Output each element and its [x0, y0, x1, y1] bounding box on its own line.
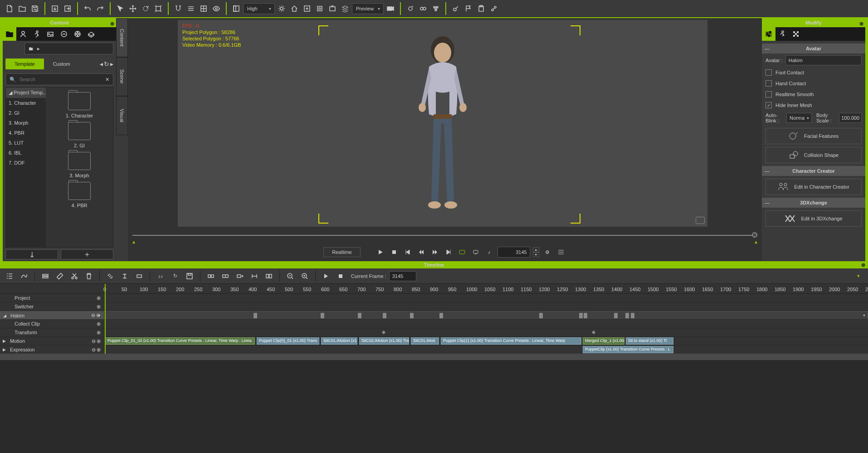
folder-item[interactable]: 4. PBR	[61, 182, 98, 208]
side-tab-content[interactable]: Content	[116, 18, 128, 57]
cc-section-header[interactable]: —Character Creator	[762, 166, 865, 176]
keyframe[interactable]	[358, 313, 361, 318]
facial-features-button[interactable]: Facial Features	[766, 128, 862, 144]
undo-button[interactable]	[82, 3, 93, 15]
tl-filter-button[interactable]	[39, 270, 51, 282]
track-header[interactable]: Project⊗	[0, 294, 103, 302]
save-file-button[interactable]	[29, 3, 41, 15]
tl-refresh-button[interactable]: ↻	[169, 270, 181, 282]
realtime-button[interactable]: Realtime	[323, 247, 360, 257]
tl-merge-button[interactable]	[219, 270, 231, 282]
track-header[interactable]: Transform⊗	[0, 328, 103, 337]
tl-grid-button[interactable]	[263, 270, 275, 282]
motion-clip[interactable]: Puppet Clip_01_02 (x1.00) Transition Cur…	[105, 337, 255, 345]
import-button[interactable]	[49, 3, 61, 15]
open-file-button[interactable]	[16, 3, 28, 15]
loop-button[interactable]	[457, 247, 468, 258]
timeline-ruler[interactable]: 0501001502002503003504004505005506006507…	[103, 284, 868, 294]
content-breadcrumb[interactable]: 🖿 ▸	[24, 43, 113, 54]
keyframe[interactable]	[321, 313, 324, 318]
edit-3dx-button[interactable]: Edit in 3DXchange	[766, 210, 862, 227]
zoom-fit-button[interactable]	[301, 3, 313, 15]
tl-snap-button[interactable]	[205, 270, 217, 282]
prev-frame-button[interactable]	[416, 247, 427, 258]
custom-tab[interactable]: Custom	[44, 58, 79, 69]
content-tab-motion[interactable]	[30, 27, 44, 41]
keyframe[interactable]	[631, 313, 634, 318]
motion-clip[interactable]: Puppet Clip(0)_01 (x1.00) Trans	[257, 337, 319, 345]
modify-tab-animation[interactable]	[775, 27, 789, 41]
content-tab-effect[interactable]	[57, 27, 71, 41]
content-tab-media[interactable]	[71, 27, 84, 41]
tree-item[interactable]: 7. DOF	[6, 158, 46, 168]
tl-delete-button[interactable]	[83, 270, 95, 282]
folder-item[interactable]: 2. GI	[61, 122, 98, 148]
modify-panel-close-icon[interactable]: ⊗	[859, 19, 863, 28]
keyframe[interactable]	[584, 313, 587, 318]
next-frame-button[interactable]	[429, 247, 440, 258]
content-panel-close-icon[interactable]: ⊗	[110, 19, 114, 28]
side-tab-scene[interactable]: Scene	[116, 57, 128, 96]
content-add-button[interactable]: ＋	[61, 249, 113, 259]
expression-clip[interactable]: PuppetClip (x1.00) Transition Curve Pres…	[583, 346, 673, 353]
move-tool-button[interactable]	[127, 3, 139, 15]
edit-cc-button[interactable]: Edit in Character Creator	[766, 179, 862, 195]
playhead[interactable]	[105, 284, 106, 354]
nav-refresh-icon[interactable]: ↻	[104, 60, 109, 68]
tl-range-button[interactable]	[133, 270, 145, 282]
frame-down-button[interactable]: ▼	[533, 252, 539, 257]
motion-clip[interactable]: Sit to stand (x1.00) Tr	[626, 337, 673, 345]
home-button[interactable]	[288, 3, 300, 15]
realtime-smooth-checkbox[interactable]: Realtime Smooth	[762, 89, 865, 100]
search-input[interactable]	[20, 77, 102, 82]
content-collapse-button[interactable]: ⤓	[5, 249, 58, 259]
keyframe[interactable]	[625, 313, 629, 318]
viewport-chat-icon[interactable]	[696, 217, 705, 224]
tl-audio-button[interactable]: ♪♪	[155, 270, 166, 282]
folder-item[interactable]: 3. Morph	[61, 152, 98, 178]
track-header[interactable]: Switcher⊗	[0, 302, 103, 311]
modify-tab-material[interactable]	[789, 27, 803, 41]
physics-button[interactable]	[405, 3, 416, 15]
export-button[interactable]	[62, 3, 73, 15]
keyframe[interactable]	[383, 313, 386, 318]
search-clear-icon[interactable]: ✕	[105, 77, 109, 83]
light-button[interactable]	[276, 3, 288, 15]
track-header[interactable]: ▶Expression⊖⊗	[0, 346, 103, 354]
record-button[interactable]	[385, 3, 396, 15]
keyframe[interactable]	[439, 313, 443, 318]
frame-button[interactable]	[314, 3, 326, 15]
motion-clip[interactable]: SitC01.iMoti	[411, 337, 439, 345]
tl-key-button[interactable]	[54, 270, 66, 282]
keyframe[interactable]	[592, 331, 595, 334]
content-search[interactable]: 🔍 ✕	[5, 73, 113, 85]
range-start-marker[interactable]: ▴	[132, 239, 135, 245]
tree-item[interactable]: 2. GI	[6, 108, 46, 118]
constraint-button[interactable]	[417, 3, 429, 15]
range-end-marker[interactable]: ▴	[755, 239, 757, 245]
nav-prev-icon[interactable]: ◂	[100, 60, 103, 68]
viewport-canvas[interactable]: FPS : 0. Project Polygon : 58286 Selecte…	[178, 20, 707, 227]
link-button[interactable]	[488, 3, 500, 15]
content-tab-scene[interactable]	[44, 27, 57, 41]
playback-slider[interactable]: ▴ ▴	[132, 230, 757, 241]
playhead-handle[interactable]	[752, 232, 757, 238]
tl-cut-button[interactable]	[68, 270, 80, 282]
frame-up-button[interactable]: ▲	[533, 247, 539, 252]
collision-shape-button[interactable]: Collision Shape	[766, 147, 862, 163]
scale-tool-button[interactable]	[152, 3, 164, 15]
goto-end-button[interactable]	[443, 247, 454, 258]
content-tab-folder[interactable]	[3, 27, 16, 41]
tree-item[interactable]: 3. Morph	[6, 118, 46, 128]
motion-clip[interactable]: Puppet Clip(1) (x1.00) Transition Curve …	[441, 337, 581, 345]
template-tab[interactable]: Template	[5, 58, 44, 69]
tl-curve-button[interactable]	[18, 270, 30, 282]
flag-button[interactable]	[463, 3, 474, 15]
tl-save-button[interactable]	[184, 270, 195, 282]
tree-item[interactable]: 5. LUT	[6, 138, 46, 148]
keyframe[interactable]	[579, 313, 583, 318]
timeline-close-icon[interactable]: ⊗	[861, 261, 865, 268]
tl-menu-button[interactable]: ▾	[853, 270, 864, 282]
tree-item[interactable]: 4. PBR	[6, 128, 46, 138]
tl-insert-button[interactable]	[234, 270, 246, 282]
